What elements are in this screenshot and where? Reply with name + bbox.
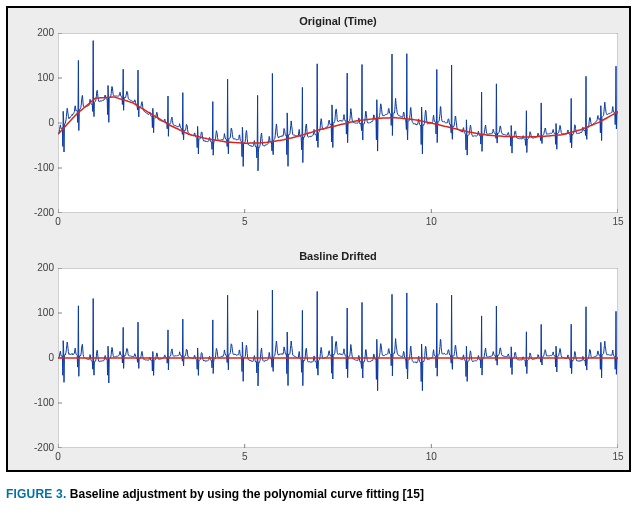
y-tick-label: 200 bbox=[20, 263, 54, 273]
x-tick-label: 15 bbox=[603, 452, 633, 462]
x-tick-label: 5 bbox=[230, 452, 260, 462]
y-tick-label: -100 bbox=[20, 163, 54, 173]
figure-caption: FIGURE 3. Baseline adjustment by using t… bbox=[6, 486, 631, 503]
y-tick-label: 0 bbox=[20, 118, 54, 128]
y-tick-label: -100 bbox=[20, 398, 54, 408]
chart-svg bbox=[58, 268, 618, 448]
figure-frame: Original (Time) -200-1000100200051015 Ba… bbox=[6, 6, 631, 472]
chart-panel-baseline-drifted: Basline Drifted -200-1000100200051015 bbox=[58, 268, 618, 448]
caption-text: Baseline adjustment by using the polynom… bbox=[70, 487, 424, 501]
x-tick-label: 0 bbox=[43, 217, 73, 227]
caption-lead: FIGURE 3. bbox=[6, 487, 66, 501]
chart-panel-original: Original (Time) -200-1000100200051015 bbox=[58, 33, 618, 213]
chart-title-bottom: Basline Drifted bbox=[58, 250, 618, 262]
x-tick-label: 10 bbox=[416, 452, 446, 462]
y-tick-label: 100 bbox=[20, 308, 54, 318]
chart-svg bbox=[58, 33, 618, 213]
chart-title-top: Original (Time) bbox=[58, 15, 618, 27]
x-tick-label: 5 bbox=[230, 217, 260, 227]
x-tick-label: 10 bbox=[416, 217, 446, 227]
y-tick-label: 0 bbox=[20, 353, 54, 363]
y-tick-label: 200 bbox=[20, 28, 54, 38]
x-tick-label: 0 bbox=[43, 452, 73, 462]
y-tick-label: 100 bbox=[20, 73, 54, 83]
svg-rect-0 bbox=[58, 33, 618, 213]
x-tick-label: 15 bbox=[603, 217, 633, 227]
